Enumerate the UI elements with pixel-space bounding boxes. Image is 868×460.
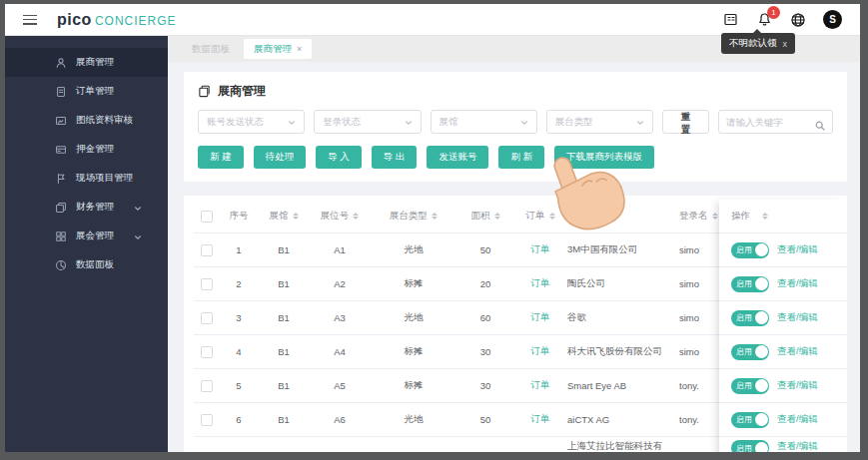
sidebar-item-label: 图纸资料审核 [76, 114, 133, 127]
user-avatar[interactable]: S [823, 10, 842, 29]
filter-row: 账号发送状态 登录状态 展馆 展台类型 重 置 [198, 110, 833, 134]
sort-icon[interactable] [353, 213, 359, 220]
tab-data-dashboard[interactable]: 数据面板 [182, 39, 240, 59]
sidebar-item-order-mgmt[interactable]: 订单管理 [5, 77, 168, 106]
claim-list-icon[interactable] [721, 11, 739, 29]
company-name: 上海艾拉比智能科技有 [567, 437, 679, 452]
enable-toggle[interactable]: 启用 [731, 276, 769, 292]
enable-toggle[interactable]: 启用 [731, 412, 769, 428]
sort-icon[interactable] [494, 213, 500, 220]
notification-bell-icon[interactable]: 1 [755, 11, 773, 29]
menu-toggle-icon[interactable] [23, 15, 37, 25]
drawing-review-icon [55, 115, 67, 127]
order-link[interactable]: 订单 [531, 311, 550, 324]
tooltip-close-icon[interactable]: x [783, 39, 788, 49]
sidebar-item-drawing-review[interactable]: 图纸资料审核 [5, 106, 168, 135]
sidebar-item-label: 展商管理 [76, 56, 114, 69]
booth-type-select[interactable]: 展台类型 [546, 110, 653, 134]
enable-toggle[interactable]: 启用 [731, 242, 769, 258]
col-header-ops[interactable]: 操作 [731, 210, 750, 223]
ops-row: 启用 查看/编辑 [719, 437, 847, 452]
sidebar-nav: 展商管理 订单管理 图纸资料审核 押金管理 现场项目管理 财务管理 展会管理 [5, 36, 168, 452]
exhibitor-table: 序号 展馆 展位号 展台类型 面积 订单 展商名 登录名 1 B1 A1 光地 … [184, 196, 847, 452]
row-checkbox[interactable] [201, 346, 213, 358]
view-edit-link[interactable]: 查看/编辑 [777, 311, 818, 324]
view-edit-link[interactable]: 查看/编辑 [777, 345, 818, 358]
site-project-icon [55, 173, 67, 185]
row-checkbox[interactable] [201, 380, 213, 392]
view-edit-link[interactable]: 查看/编辑 [777, 277, 818, 290]
view-edit-link[interactable]: 查看/编辑 [777, 413, 818, 426]
enable-toggle[interactable]: 启用 [731, 440, 769, 452]
sidebar-item-expo-mgmt[interactable]: 展会管理 [5, 222, 168, 250]
language-globe-icon[interactable] [789, 11, 807, 29]
col-header-hall[interactable]: 展馆 [258, 210, 310, 223]
tab-exhibitor-mgmt[interactable]: 展商管理 × [244, 39, 312, 59]
order-link[interactable]: 订单 [531, 277, 550, 290]
panel-title-row: 展商管理 [198, 83, 833, 100]
sort-icon[interactable] [549, 213, 555, 220]
row-checkbox[interactable] [201, 414, 213, 426]
hall-select[interactable]: 展馆 [431, 110, 537, 134]
col-header-booth[interactable]: 展位号 [310, 210, 370, 223]
enable-toggle[interactable]: 启用 [731, 310, 769, 326]
refresh-button[interactable]: 刷 新 [498, 146, 544, 169]
sort-icon[interactable] [712, 213, 718, 220]
ops-row: 启用 查看/编辑 [719, 301, 847, 335]
sidebar-item-finance-mgmt[interactable]: 财务管理 [5, 193, 168, 222]
col-header-type[interactable]: 展台类型 [370, 210, 457, 223]
sort-icon[interactable] [432, 213, 437, 220]
view-edit-link[interactable]: 查看/编辑 [777, 243, 818, 256]
col-header-num[interactable]: 序号 [220, 210, 258, 223]
sidebar-item-exhibitor-mgmt[interactable]: 展商管理 [5, 48, 168, 77]
row-checkbox[interactable] [201, 244, 213, 256]
claim-tooltip-text: 不明款认领 [729, 37, 777, 50]
ops-row: 启用 查看/编辑 [719, 233, 847, 267]
new-button[interactable]: 新 建 [198, 146, 244, 169]
logo-pico: pico [57, 11, 92, 29]
view-edit-link[interactable]: 查看/编辑 [777, 440, 818, 452]
download-template-button[interactable]: 下载展商列表模版 [554, 146, 654, 169]
sort-icon[interactable] [762, 213, 768, 220]
col-header-company[interactable]: 展商名 [567, 210, 679, 223]
select-all-checkbox[interactable] [201, 211, 213, 223]
search-icon[interactable] [815, 117, 825, 127]
exhibitor-icon [55, 57, 67, 69]
row-checkbox[interactable] [201, 312, 213, 324]
keyword-search [718, 110, 833, 134]
col-header-order[interactable]: 订单 [513, 210, 567, 223]
row-checkbox[interactable] [201, 278, 213, 290]
chevron-down-icon [636, 118, 644, 126]
enable-toggle[interactable]: 启用 [731, 378, 769, 394]
reset-button[interactable]: 重 置 [662, 110, 709, 134]
order-link[interactable]: 订单 [531, 413, 550, 426]
view-edit-link[interactable]: 查看/编辑 [777, 379, 818, 392]
sidebar-item-data-dashboard[interactable]: 数据面板 [5, 250, 168, 279]
export-button[interactable]: 导 出 [372, 146, 418, 169]
ops-row: 启用 查看/编辑 [719, 335, 847, 369]
login-status-select[interactable]: 登录状态 [314, 110, 421, 134]
sort-icon[interactable] [293, 213, 299, 220]
send-account-button[interactable]: 发送账号 [427, 146, 488, 169]
sort-icon[interactable] [600, 213, 606, 220]
order-link[interactable]: 订单 [531, 243, 550, 256]
enable-toggle[interactable]: 启用 [731, 344, 769, 360]
chevron-down-icon [520, 118, 528, 126]
search-input[interactable] [726, 117, 810, 128]
col-header-area[interactable]: 面积 [457, 210, 513, 223]
import-button[interactable]: 导 入 [316, 146, 362, 169]
ops-row: 启用 查看/编辑 [719, 369, 847, 403]
account-send-status-select[interactable]: 账号发送状态 [198, 110, 305, 134]
expo-icon [55, 230, 67, 242]
order-link[interactable]: 订单 [531, 379, 550, 392]
company-name: Smart Eye AB [567, 380, 679, 391]
sidebar-item-deposit-mgmt[interactable]: 押金管理 [5, 135, 168, 164]
tab-close-icon[interactable]: × [297, 44, 302, 54]
action-button-row: 新 建 待处理 导 入 导 出 发送账号 刷 新 下载展商列表模版 [198, 146, 833, 169]
pending-button[interactable]: 待处理 [254, 146, 307, 169]
order-icon [55, 86, 67, 98]
operations-fixed-column: 操作 启用 查看/编辑 启用 查看/编辑 启用 查看/编辑 [719, 200, 847, 452]
order-link[interactable]: 订单 [531, 345, 550, 358]
sidebar-item-site-project-mgmt[interactable]: 现场项目管理 [5, 164, 168, 193]
select-placeholder: 展馆 [439, 116, 458, 129]
